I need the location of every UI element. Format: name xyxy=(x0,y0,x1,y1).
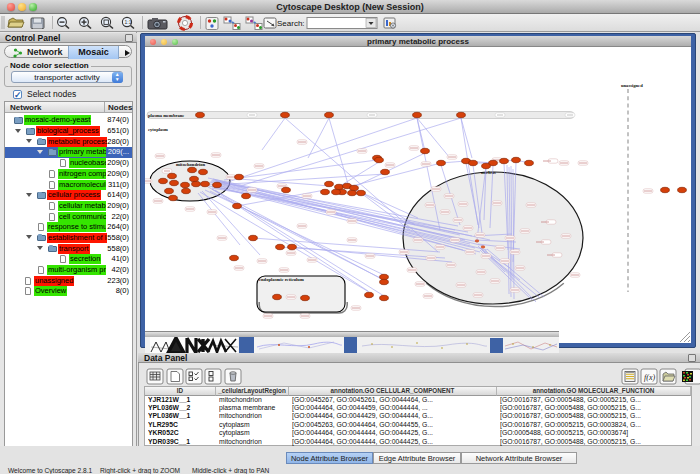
svg-text:plasma membrane: plasma membrane xyxy=(148,113,184,118)
svg-text:endoplasmic reticulum: endoplasmic reticulum xyxy=(259,277,304,282)
svg-text:mitochondrion: mitochondrion xyxy=(176,162,206,167)
svg-text:1:1: 1:1 xyxy=(125,19,132,25)
svg-text:Search:: Search: xyxy=(277,19,305,28)
svg-text:unassigned: unassigned xyxy=(621,83,643,88)
svg-text:nucleus: nucleus xyxy=(481,170,496,175)
svg-text:f(x): f(x) xyxy=(644,373,655,382)
svg-text:cytoplasm: cytoplasm xyxy=(148,127,168,132)
